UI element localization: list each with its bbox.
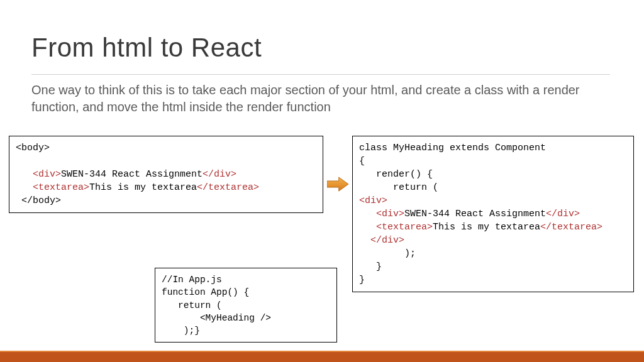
code-text: <MyHeading /> — [162, 313, 271, 323]
html-code-box: <body> <div>SWEN-344 React Assignment</d… — [9, 136, 323, 213]
code-tag: </div> — [203, 169, 236, 180]
code-tag: <div> — [359, 195, 387, 206]
code-text: ); — [359, 248, 416, 259]
code-tag: <div> — [16, 169, 61, 180]
code-tag: </textarea> — [540, 222, 602, 233]
code-text: { — [359, 156, 365, 167]
react-class-code-box: class MyHeading extends Component { rend… — [352, 136, 634, 292]
svg-marker-0 — [327, 177, 348, 191]
code-text: //In App.js — [162, 275, 222, 285]
code-text: This is my textarea — [433, 222, 540, 233]
code-tag: </div> — [359, 235, 404, 246]
title-divider — [31, 74, 610, 75]
page-title: From html to React — [31, 33, 262, 63]
app-js-code-box: //In App.js function App() { return ( <M… — [155, 268, 337, 343]
code-text: function App() { — [162, 287, 249, 297]
subtitle-text: One way to think of this is to take each… — [31, 82, 597, 116]
code-text: <body> — [16, 143, 50, 153]
code-text: </body> — [16, 195, 61, 206]
code-text: return ( — [359, 182, 438, 193]
code-tag: </textarea> — [197, 182, 259, 193]
footer-bar — [0, 352, 644, 362]
code-tag: </div> — [546, 209, 580, 219]
arrow-right-icon — [327, 175, 348, 194]
code-tag: <div> — [359, 209, 404, 219]
code-text: );} — [162, 326, 200, 336]
code-text: } — [359, 261, 382, 272]
code-tag: <textarea> — [359, 222, 433, 233]
code-text: class MyHeading extends Component — [359, 143, 546, 153]
code-text: render() { — [359, 169, 433, 180]
code-text: return ( — [162, 300, 222, 310]
code-text: SWEN-344 React Assignment — [61, 169, 203, 180]
code-text: This is my textarea — [89, 182, 197, 193]
code-text: } — [359, 275, 365, 285]
code-text: SWEN-344 React Assignment — [404, 209, 546, 219]
code-tag: <textarea> — [16, 182, 89, 193]
